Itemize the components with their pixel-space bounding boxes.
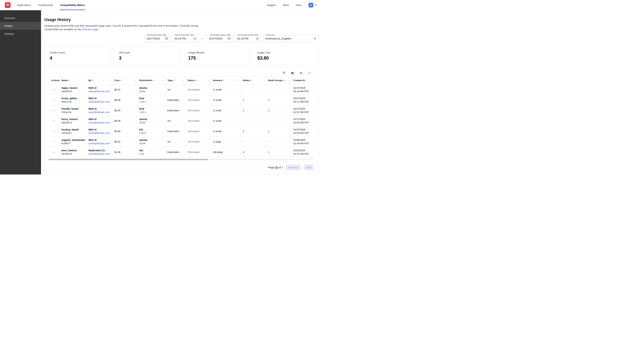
status-badge: Terminated <box>188 99 200 101</box>
created-by-email-link[interactable]: name@domain.com <box>88 110 110 114</box>
chevron-down-icon[interactable] <box>314 4 317 6</box>
distribution-cell: kind 1.32.1 <box>137 105 165 116</box>
column-header-instance[interactable]: Instance⇅ ≡ <box>210 76 240 84</box>
nodes-cell: 1 <box>240 95 266 105</box>
column-header-name[interactable]: Name⇅ <box>59 76 86 84</box>
cost-value: $0.54 <box>114 109 120 112</box>
terminated-after-time-field[interactable]: Terminated after time 03:19 PM <box>172 35 198 42</box>
field-value[interactable]: 10/27/2024 <box>146 37 163 40</box>
sort-icon[interactable]: ⇅ <box>173 79 175 82</box>
column-header-type[interactable]: Type⇅ ≡ <box>165 76 185 84</box>
overview-page-link[interactable]: Overview page <box>82 28 98 31</box>
tab-applications[interactable]: Applications <box>17 0 31 10</box>
sidebar-item-settings[interactable]: Settings <box>0 30 41 37</box>
cost-value: $0.66 <box>114 130 120 133</box>
column-header-created-at[interactable]: Created At↓ <box>291 76 314 84</box>
actions-cell: ••• <box>49 105 59 116</box>
tab-compatibility-matrix[interactable]: Compatibility Matrix <box>60 0 84 10</box>
created-by-email-link[interactable]: name@domain.com <box>88 142 110 145</box>
team-link[interactable]: Team <box>283 3 289 6</box>
row-actions-button[interactable]: ••• <box>51 109 56 112</box>
column-header-by[interactable]: By⇅ ≡ <box>86 76 112 84</box>
created-by-email-link[interactable]: name@domain.com <box>88 100 110 103</box>
field-value[interactable]: 03:19 PM <box>237 37 254 40</box>
column-menu-icon[interactable]: ≡ <box>238 79 239 82</box>
column-menu-icon[interactable]: ≡ <box>183 79 184 82</box>
terminated-before-date-field[interactable]: Terminated before date 01/27/2025 <box>207 35 233 42</box>
select-arrow-icon[interactable] <box>314 38 316 39</box>
actions-cell: ••• <box>49 137 59 147</box>
column-header-status[interactable]: Status⇅ ≡ <box>185 76 210 84</box>
columns-icon[interactable] <box>290 71 294 75</box>
field-value[interactable]: 03:19 PM <box>174 37 192 40</box>
timezone-select[interactable]: Timezone America/Los_Angeles <box>263 35 318 42</box>
sort-icon[interactable]: ⇅ <box>195 79 197 82</box>
distribution-name: eks <box>139 149 162 152</box>
terminated-after-date-field[interactable]: Terminated after date 10/27/2024 <box>144 35 170 42</box>
clock-icon[interactable] <box>256 37 259 40</box>
sidebar-item-overview[interactable]: Overview <box>0 14 41 22</box>
sort-icon[interactable]: ⇅ <box>250 79 252 82</box>
sort-icon[interactable]: ⇅ <box>223 79 224 82</box>
cost-cell: $0.66 <box>112 126 137 137</box>
sort-icon[interactable]: ⇅ <box>283 79 285 82</box>
row-actions-button[interactable]: ••• <box>51 140 56 143</box>
column-header-node-groups[interactable]: Node Groups⇅ ≡ <box>266 76 291 84</box>
sort-icon[interactable]: ⇅ <box>153 79 154 82</box>
next-page-button[interactable]: Next <box>304 165 314 170</box>
sort-icon[interactable]: ⇅ <box>120 79 122 82</box>
account-menu[interactable]: K <box>308 3 317 7</box>
density-icon[interactable] <box>299 71 303 75</box>
column-menu-icon[interactable]: ≡ <box>263 79 264 82</box>
column-menu-icon[interactable]: ≡ <box>288 79 290 82</box>
terminated-before-time-field[interactable]: Terminated before time 03:19 PM <box>235 35 261 42</box>
page-prefix: Page <box>268 166 275 169</box>
scrollbar-thumb[interactable] <box>49 159 208 160</box>
sort-desc-icon[interactable]: ↓ <box>306 79 307 82</box>
distribution-cell: ubuntu 24.04 <box>137 116 165 126</box>
created-by-email-link[interactable]: name@domain.com <box>88 90 110 93</box>
created-by-source: Web UI <box>88 86 110 90</box>
instance-value: r1.small <box>213 130 221 133</box>
stat-card-usage-cost: Usage Cost $3.80 <box>252 47 318 65</box>
created-at-cell: 01/27/2025 03:18 PM PST <box>291 84 314 95</box>
row-actions-button[interactable]: ••• <box>51 119 56 123</box>
table-row: ••• friendly_brown 1f40a19e Web UI name@… <box>49 105 314 116</box>
calendar-icon[interactable] <box>165 37 168 40</box>
row-actions-button[interactable]: ••• <box>51 98 56 102</box>
created-by-email-link[interactable]: name@domain.com <box>88 131 110 135</box>
previous-page-button[interactable]: Previous <box>286 165 301 170</box>
clock-icon[interactable] <box>193 37 196 40</box>
field-value[interactable]: 01/27/2025 <box>209 37 226 40</box>
replicated-logo[interactable]: R <box>5 2 10 8</box>
docs-link[interactable]: Docs <box>296 3 302 6</box>
tab-troubleshoot[interactable]: Troubleshoot <box>38 0 53 10</box>
created-by-email-link[interactable]: name@domain.com <box>88 152 110 156</box>
row-actions-button[interactable]: ••• <box>51 150 56 154</box>
sidebar-item-history[interactable]: History <box>0 22 41 30</box>
row-actions-button[interactable]: ••• <box>51 130 56 133</box>
cluster-id: 1f40a19e <box>62 110 84 114</box>
column-menu-icon[interactable]: ≡ <box>110 79 111 82</box>
field-label: Terminated after date <box>146 34 167 36</box>
sort-icon[interactable]: ⇅ <box>68 79 70 82</box>
row-actions-button[interactable]: ••• <box>51 88 56 91</box>
filter-icon[interactable] <box>282 71 286 75</box>
field-value[interactable]: America/Los_Angeles <box>266 37 312 40</box>
avatar[interactable]: K <box>308 3 313 7</box>
column-header-nodes[interactable]: Nodes⇅ ≡ <box>240 76 266 84</box>
calendar-icon[interactable] <box>228 37 230 40</box>
support-link[interactable]: Support <box>267 3 276 6</box>
cost-value: $0.51 <box>114 88 120 91</box>
created-by-source: Web UI <box>88 107 110 110</box>
created-date: 01/27/2025 <box>294 107 312 110</box>
column-header-cost[interactable]: Cost⇅ ≡ <box>112 76 137 84</box>
column-menu-icon[interactable]: ≡ <box>208 79 209 82</box>
created-by-email-link[interactable]: name@domain.com <box>88 121 110 124</box>
sort-icon[interactable]: ⇅ <box>92 79 94 82</box>
fullscreen-icon[interactable] <box>308 71 312 75</box>
column-header-distribution[interactable]: Distribution⇅ ≡ <box>137 76 165 84</box>
column-menu-icon[interactable]: ≡ <box>162 79 164 82</box>
column-menu-icon[interactable]: ≡ <box>134 79 136 82</box>
stat-value: $3.80 <box>257 55 313 61</box>
